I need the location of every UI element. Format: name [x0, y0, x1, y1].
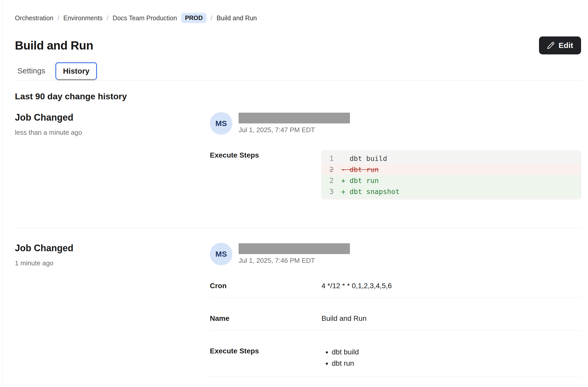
execute-step-item: dbt build [332, 346, 581, 358]
change-timestamp: Jul 1, 2025, 7:46 PM EDT [239, 257, 350, 265]
environment-badge: PROD [181, 13, 207, 23]
diff-line-code: + dbt run [341, 175, 379, 186]
change-history-list: Job Changedless than a minute agoMSJul 1… [15, 112, 581, 387]
change-entry-summary: Job Changedless than a minute ago [15, 112, 210, 207]
breadcrumb-separator: / [107, 14, 109, 22]
breadcrumb-item-docs-team-production[interactable]: Docs Team Production [113, 14, 177, 22]
tab-history[interactable]: History [55, 62, 97, 80]
change-author: MSJul 1, 2025, 7:46 PM EDT [210, 243, 581, 265]
change-history-heading: Last 90 day change history [15, 91, 581, 101]
field-row-generate-docs: Generate DocsYes [210, 376, 581, 387]
diff-line-number: 3 [322, 186, 341, 197]
change-entry-summary: Job Changed1 minute ago [15, 243, 210, 387]
field-row-name: NameBuild and Run [210, 298, 581, 331]
redacted-author-name [239, 243, 350, 254]
page-header: Build and Run Edit [15, 36, 581, 54]
edit-button[interactable]: Edit [539, 36, 581, 54]
change-event-title: Job Changed [15, 112, 210, 123]
breadcrumb: Orchestration/Environments/Docs Team Pro… [15, 13, 581, 23]
change-time-ago: less than a minute ago [15, 129, 210, 137]
field-value-name: Build and Run [321, 314, 581, 323]
diff-line-unchanged: 1 dbt build [322, 153, 581, 164]
field-label-execute-steps: Execute Steps [210, 151, 321, 199]
field-row-execute-steps: Execute Stepsdbt builddbt run [210, 331, 581, 376]
job-history-page: Orchestration/Environments/Docs Team Pro… [0, 13, 588, 387]
field-row-cron: Cron4 */12 * * 0,1,2,3,4,5,6 [210, 265, 581, 298]
redacted-author-name [239, 113, 350, 123]
change-time-ago: 1 minute ago [15, 259, 210, 267]
field-row-execute-steps: Execute Steps1 dbt build2- dbt run2+ dbt… [210, 135, 581, 207]
change-entry: Job Changedless than a minute agoMSJul 1… [15, 112, 581, 228]
diff-line-number: 2 [322, 164, 341, 175]
change-event-title: Job Changed [15, 243, 210, 254]
breadcrumb-item-environments[interactable]: Environments [63, 14, 103, 22]
field-label-cron: Cron [210, 281, 321, 291]
diff-line-added: 3+ dbt snapshot [322, 186, 581, 197]
diff-line-added: 2+ dbt run [322, 175, 581, 186]
field-label-name: Name [210, 314, 321, 323]
change-author: MSJul 1, 2025, 7:47 PM EDT [210, 112, 581, 135]
tab-settings[interactable]: Settings [15, 63, 48, 79]
diff-line-number: 2 [322, 175, 341, 186]
change-entry-details: MSJul 1, 2025, 7:47 PM EDTExecute Steps1… [210, 112, 581, 207]
change-entry: Job Changed1 minute agoMSJul 1, 2025, 7:… [15, 228, 581, 387]
pencil-icon [547, 42, 555, 49]
page-left-border [2, 0, 3, 387]
diff-line-code: - dbt run [341, 164, 379, 175]
breadcrumb-separator: / [211, 14, 212, 22]
change-timestamp: Jul 1, 2025, 7:47 PM EDT [239, 126, 350, 134]
execute-step-item: dbt run [332, 358, 581, 369]
diff-code-block: 1 dbt build2- dbt run2+ dbt run3+ dbt sn… [321, 151, 581, 199]
avatar: MS [210, 243, 232, 265]
change-author-meta: Jul 1, 2025, 7:46 PM EDT [239, 243, 350, 265]
diff-line-removed: 2- dbt run [322, 164, 581, 175]
breadcrumb-current: Build and Run [217, 14, 257, 22]
field-value-cron: 4 */12 * * 0,1,2,3,4,5,6 [321, 281, 581, 291]
tab-bar: SettingsHistory [15, 61, 581, 81]
breadcrumb-separator: / [57, 14, 59, 22]
diff-line-number: 1 [322, 153, 341, 164]
execute-steps-list: dbt builddbt run [321, 346, 581, 369]
diff-line-code: dbt build [341, 153, 387, 164]
field-label-execute-steps: Execute Steps [210, 346, 321, 369]
edit-button-label: Edit [558, 41, 573, 50]
breadcrumb-item-orchestration[interactable]: Orchestration [15, 14, 53, 22]
diff-line-code: + dbt snapshot [341, 186, 400, 197]
change-entry-details: MSJul 1, 2025, 7:46 PM EDTCron4 */12 * *… [210, 243, 581, 387]
page-title: Build and Run [15, 38, 93, 52]
change-author-meta: Jul 1, 2025, 7:47 PM EDT [239, 112, 350, 134]
avatar: MS [210, 112, 232, 135]
